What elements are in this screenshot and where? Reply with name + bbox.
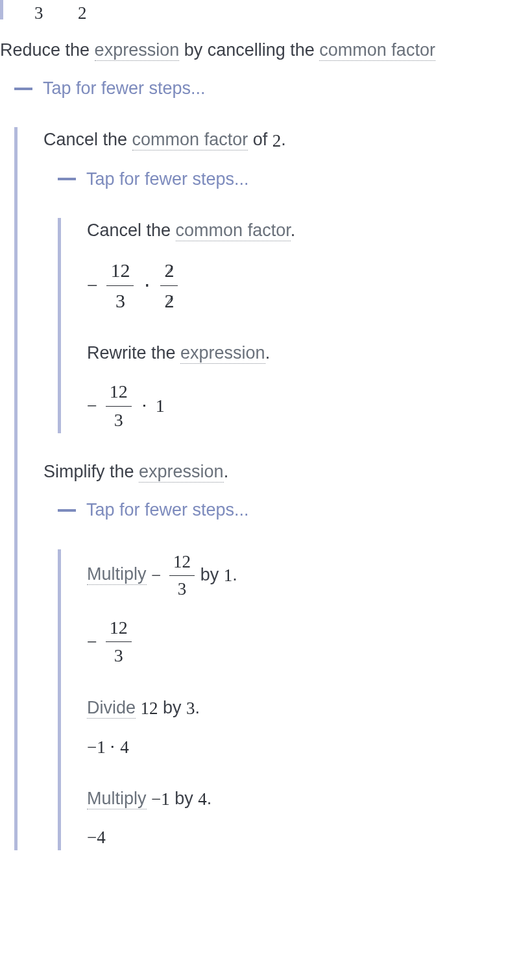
step3-toggle[interactable]: Tap for fewer steps... — [58, 497, 519, 523]
step2a-text: Cancel the common factor. — [87, 218, 519, 243]
tap-fewer-steps-label: Tap for fewer steps... — [86, 497, 249, 523]
minus-icon — [58, 178, 76, 180]
step3b-text: Divide 12 by 3. — [87, 695, 519, 721]
tap-fewer-steps-label: Tap for fewer steps... — [86, 167, 249, 192]
glossary-common-factor[interactable]: common factor — [132, 130, 248, 150]
step3c-text: Multiply −1 by 4. — [87, 786, 519, 812]
glossary-expression[interactable]: expression — [95, 40, 180, 61]
glossary-expression[interactable]: expression — [180, 343, 265, 364]
step1-text: Reduce the expression by cancelling the … — [0, 38, 519, 63]
step2b-expression: − 12 3 ⋅ 1 — [87, 379, 519, 433]
glossary-common-factor[interactable]: common factor — [319, 40, 435, 61]
cancel-mark: 2 — [164, 287, 174, 315]
step3b-expression: −1 ⋅ 4 — [87, 735, 519, 760]
glossary-multiply[interactable]: Multiply — [87, 789, 147, 809]
step1-toggle[interactable]: Tap for fewer steps... — [14, 76, 519, 101]
minus-icon — [14, 88, 32, 90]
glossary-expression[interactable]: expression — [139, 462, 224, 483]
cancel-mark: 2 — [164, 256, 174, 285]
tap-fewer-steps-label: Tap for fewer steps... — [43, 76, 206, 101]
glossary-divide[interactable]: Divide — [87, 698, 136, 719]
step2a-expression: − 12 3 ⋅ 2 2 — [87, 256, 519, 315]
prev-expr-fragment: 3 2 — [29, 0, 519, 19]
glossary-multiply[interactable]: Multiply — [87, 564, 147, 585]
step3a-text: Multiply − 12 3 by 1. — [87, 549, 519, 602]
minus-icon — [58, 509, 76, 512]
step2b-text: Rewrite the expression. — [87, 341, 519, 366]
step3-text: Simplify the expression. — [43, 459, 519, 484]
step3a-expression: − 12 3 — [87, 615, 519, 669]
glossary-common-factor[interactable]: common factor — [176, 221, 291, 241]
step2-text: Cancel the common factor of 2. — [43, 127, 519, 153]
step2-toggle[interactable]: Tap for fewer steps... — [58, 167, 519, 192]
step3c-expression: −4 — [87, 825, 519, 850]
